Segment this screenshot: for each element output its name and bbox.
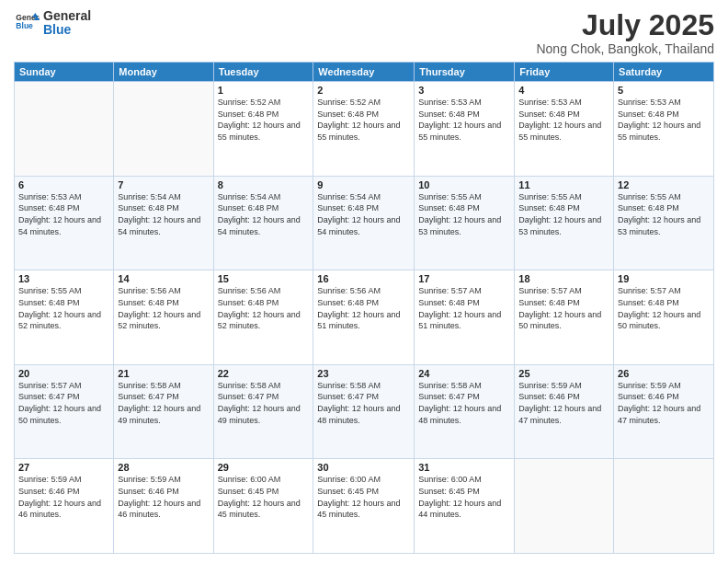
day-info: Sunset: 6:47 PM [18, 391, 109, 403]
day-number: 4 [518, 85, 609, 96]
day-info: Daylight: 12 hours and 45 minutes. [218, 498, 310, 521]
day-info: Daylight: 12 hours and 54 minutes. [18, 214, 109, 237]
day-info: Sunrise: 5:59 AM [118, 474, 209, 486]
day-info: Sunset: 6:46 PM [518, 391, 609, 403]
calendar-cell: 19Sunrise: 5:57 AMSunset: 6:48 PMDayligh… [614, 270, 714, 365]
day-info: Daylight: 12 hours and 53 minutes. [518, 214, 609, 237]
calendar-cell: 31Sunrise: 6:00 AMSunset: 6:45 PMDayligh… [415, 459, 515, 554]
day-info: Daylight: 12 hours and 46 minutes. [118, 498, 209, 521]
calendar-cell: 5Sunrise: 5:53 AMSunset: 6:48 PMDaylight… [614, 82, 714, 177]
day-number: 3 [418, 85, 510, 96]
day-info: Sunset: 6:48 PM [317, 202, 410, 214]
calendar-cell: 13Sunrise: 5:55 AMSunset: 6:48 PMDayligh… [15, 270, 114, 365]
calendar-cell [114, 82, 213, 177]
calendar-cell: 18Sunrise: 5:57 AMSunset: 6:48 PMDayligh… [515, 270, 614, 365]
calendar-week-row: 13Sunrise: 5:55 AMSunset: 6:48 PMDayligh… [15, 270, 714, 365]
day-info: Sunrise: 5:55 AM [418, 191, 510, 203]
calendar-cell: 25Sunrise: 5:59 AMSunset: 6:46 PMDayligh… [515, 364, 614, 459]
calendar-day-header: Saturday [614, 63, 714, 82]
day-info: Sunset: 6:47 PM [317, 391, 410, 403]
day-info: Daylight: 12 hours and 50 minutes. [18, 403, 109, 426]
day-info: Sunrise: 5:53 AM [618, 97, 710, 109]
calendar-day-header: Friday [515, 63, 614, 82]
day-number: 22 [218, 368, 310, 379]
calendar-day-header: Sunday [15, 63, 114, 82]
day-info: Sunset: 6:47 PM [218, 391, 310, 403]
day-number: 8 [218, 179, 310, 190]
sub-title: Nong Chok, Bangkok, Thailand [536, 41, 714, 56]
day-info: Daylight: 12 hours and 54 minutes. [218, 214, 310, 237]
day-info: Sunset: 6:48 PM [317, 297, 410, 309]
title-block: July 2025 Nong Chok, Bangkok, Thailand [536, 9, 714, 56]
day-info: Daylight: 12 hours and 47 minutes. [618, 403, 710, 426]
calendar-cell: 10Sunrise: 5:55 AMSunset: 6:48 PMDayligh… [415, 176, 515, 270]
calendar-week-row: 6Sunrise: 5:53 AMSunset: 6:48 PMDaylight… [15, 176, 714, 270]
main-title: July 2025 [536, 9, 714, 41]
day-info: Sunset: 6:48 PM [418, 109, 510, 121]
day-info: Sunrise: 5:54 AM [218, 191, 310, 203]
calendar-cell: 9Sunrise: 5:54 AMSunset: 6:48 PMDaylight… [313, 176, 415, 270]
day-info: Sunrise: 5:53 AM [518, 97, 609, 109]
day-info: Sunrise: 5:58 AM [418, 380, 510, 392]
day-info: Sunset: 6:48 PM [118, 202, 209, 214]
calendar-cell [614, 459, 714, 554]
logo: General Blue General Blue [14, 9, 91, 38]
day-number: 12 [618, 179, 710, 190]
day-number: 31 [418, 462, 510, 473]
day-info: Daylight: 12 hours and 50 minutes. [518, 309, 609, 332]
day-info: Sunrise: 5:59 AM [18, 474, 109, 486]
day-info: Daylight: 12 hours and 53 minutes. [418, 214, 510, 237]
calendar-day-header: Wednesday [313, 63, 415, 82]
day-info: Sunset: 6:48 PM [518, 202, 609, 214]
day-info: Daylight: 12 hours and 55 minutes. [518, 120, 609, 143]
day-info: Sunset: 6:48 PM [418, 297, 510, 309]
day-info: Daylight: 12 hours and 51 minutes. [317, 309, 410, 332]
calendar-cell [15, 82, 114, 177]
day-info: Sunrise: 5:58 AM [218, 380, 310, 392]
day-info: Sunset: 6:48 PM [218, 297, 310, 309]
day-info: Daylight: 12 hours and 53 minutes. [618, 214, 710, 237]
calendar-cell: 26Sunrise: 5:59 AMSunset: 6:46 PMDayligh… [614, 364, 714, 459]
day-info: Sunrise: 5:52 AM [218, 97, 310, 109]
day-info: Sunrise: 5:58 AM [118, 380, 209, 392]
day-info: Sunset: 6:48 PM [118, 297, 209, 309]
day-info: Daylight: 12 hours and 52 minutes. [18, 309, 109, 332]
day-number: 13 [18, 273, 109, 284]
day-info: Sunset: 6:48 PM [317, 109, 410, 121]
calendar-cell: 20Sunrise: 5:57 AMSunset: 6:47 PMDayligh… [15, 364, 114, 459]
day-info: Sunset: 6:48 PM [618, 202, 710, 214]
day-info: Sunset: 6:47 PM [418, 391, 510, 403]
day-number: 27 [18, 462, 109, 473]
day-number: 7 [118, 179, 209, 190]
calendar-cell: 7Sunrise: 5:54 AMSunset: 6:48 PMDaylight… [114, 176, 213, 270]
day-info: Sunrise: 6:00 AM [317, 474, 410, 486]
day-info: Sunrise: 5:57 AM [618, 285, 710, 297]
day-info: Sunrise: 5:57 AM [518, 285, 609, 297]
day-info: Sunrise: 5:57 AM [18, 380, 109, 392]
day-info: Sunset: 6:48 PM [618, 297, 710, 309]
day-info: Sunset: 6:46 PM [618, 391, 710, 403]
day-info: Sunrise: 5:56 AM [118, 285, 209, 297]
calendar-cell: 27Sunrise: 5:59 AMSunset: 6:46 PMDayligh… [15, 459, 114, 554]
svg-text:Blue: Blue [16, 22, 33, 31]
day-info: Daylight: 12 hours and 50 minutes. [618, 309, 710, 332]
logo-icon: General Blue [14, 10, 40, 36]
day-number: 29 [218, 462, 310, 473]
day-info: Sunrise: 5:55 AM [618, 191, 710, 203]
day-info: Sunrise: 5:55 AM [518, 191, 609, 203]
logo-text-blue: Blue [43, 23, 91, 37]
day-number: 11 [518, 179, 609, 190]
day-info: Sunrise: 6:00 AM [418, 474, 510, 486]
day-number: 1 [218, 85, 310, 96]
day-info: Daylight: 12 hours and 54 minutes. [317, 214, 410, 237]
day-info: Sunrise: 5:55 AM [18, 285, 109, 297]
calendar-header-row: SundayMondayTuesdayWednesdayThursdayFrid… [15, 63, 714, 82]
day-info: Daylight: 12 hours and 52 minutes. [218, 309, 310, 332]
day-info: Daylight: 12 hours and 47 minutes. [518, 403, 609, 426]
day-info: Daylight: 12 hours and 52 minutes. [118, 309, 209, 332]
day-number: 28 [118, 462, 209, 473]
calendar-cell: 2Sunrise: 5:52 AMSunset: 6:48 PMDaylight… [313, 82, 415, 177]
calendar-cell: 4Sunrise: 5:53 AMSunset: 6:48 PMDaylight… [515, 82, 614, 177]
calendar-day-header: Monday [114, 63, 213, 82]
page-header: General Blue General Blue July 2025 Nong… [14, 9, 714, 56]
